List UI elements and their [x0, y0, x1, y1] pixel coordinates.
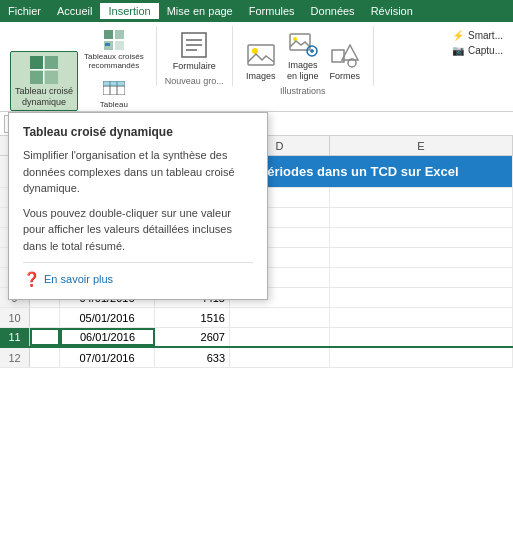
menu-mise-en-page[interactable]: Mise en page [159, 3, 241, 19]
ribbon-btn-tcd-reco[interactable]: Tableaux croisésrecommandés [80, 26, 148, 72]
menu-fichier[interactable]: Fichier [0, 3, 49, 19]
tooltip-title: Tableau croisé dynamique [23, 125, 253, 139]
ribbon-btn-tableau[interactable]: Tableau [80, 74, 148, 111]
menu-revision[interactable]: Révision [363, 3, 421, 19]
ribbon-btn-images[interactable]: Images [241, 37, 281, 84]
svg-rect-10 [105, 43, 110, 46]
svg-rect-7 [115, 30, 124, 39]
ribbon-group-illustrations: Images Imagesen ligne [233, 26, 374, 86]
tooltip-link-text: En savoir plus [44, 273, 113, 285]
ribbon-btn-tcd[interactable]: Tableau croisédynamique [10, 51, 78, 111]
images-label: Images [246, 71, 276, 82]
captu-icon: 📷 [452, 45, 464, 56]
ribbon-btns-small-tableaux: Tableaux croisésrecommandés [80, 26, 148, 111]
cell-10a[interactable] [30, 308, 60, 327]
right-btn-captu[interactable]: 📷 Captu... [452, 45, 503, 56]
right-btn-smart[interactable]: ⚡ Smart... [452, 30, 503, 41]
ribbon-content: Tableau croisédynamique [0, 22, 513, 90]
svg-rect-22 [290, 34, 310, 50]
menu-formules[interactable]: Formules [241, 3, 303, 19]
table-row: 11 06/01/2016 2607 [0, 328, 513, 348]
tooltip-body2: Vous pouvez double-cliquer sur une valeu… [23, 205, 253, 255]
cell-9e[interactable] [330, 288, 513, 307]
svg-point-21 [252, 48, 258, 54]
cell-12e[interactable] [330, 348, 513, 367]
col-header-e[interactable]: E [330, 136, 513, 155]
tcd-reco-icon [102, 28, 126, 52]
tcd-label: Tableau croisédynamique [15, 86, 73, 108]
ribbon-group-items-illustrations: Images Imagesen ligne [241, 26, 365, 84]
tooltip-popup: Tableau croisé dynamique Simplifier l'or… [8, 112, 268, 300]
cell-10b[interactable]: 05/01/2016 [60, 308, 155, 327]
ribbon-group-items-nouveau: Formulaire [169, 26, 220, 74]
cell-11d[interactable] [230, 328, 330, 346]
images-ligne-icon [287, 28, 319, 60]
cell-7e[interactable] [330, 248, 513, 267]
tableau-icon [102, 76, 126, 100]
formulaire-label: Formulaire [173, 61, 216, 72]
formulaire-icon [178, 29, 210, 61]
captu-label: Captu... [468, 45, 503, 56]
tooltip-body1: Simplifier l'organisation et la synthèse… [23, 147, 253, 197]
svg-rect-9 [115, 41, 124, 50]
ribbon-btn-formulaire[interactable]: Formulaire [169, 27, 220, 74]
help-icon: ❓ [23, 271, 40, 287]
menu-insertion[interactable]: Insertion [100, 3, 158, 19]
cell-12a[interactable] [30, 348, 60, 367]
cell-11b[interactable]: 06/01/2016 [60, 328, 155, 346]
cell-6e[interactable] [330, 228, 513, 247]
tcd-reco-label: Tableaux croisésrecommandés [84, 52, 144, 70]
illustrations-group-label: Illustrations [241, 86, 365, 96]
table-row: 10 05/01/2016 1516 [0, 308, 513, 328]
table-row: 12 07/01/2016 633 [0, 348, 513, 368]
cell-11a[interactable] [30, 328, 60, 346]
menubar: Fichier Accueil Insertion Mise en page F… [0, 0, 513, 22]
ribbon-btn-images-ligne[interactable]: Imagesen ligne [283, 26, 323, 84]
tooltip-link[interactable]: ❓ En savoir plus [23, 271, 253, 287]
cell-8e[interactable] [330, 268, 513, 287]
right-ribbon: ⚡ Smart... 📷 Captu... [444, 26, 511, 60]
tcd-icon [28, 54, 60, 86]
cell-12d[interactable] [230, 348, 330, 367]
cell-4e[interactable] [330, 188, 513, 207]
tableau-label: Tableau [100, 100, 128, 109]
cell-12b[interactable]: 07/01/2016 [60, 348, 155, 367]
svg-rect-2 [30, 71, 43, 84]
svg-rect-20 [248, 45, 274, 65]
ribbon-group-nouveau: Formulaire Nouveau gro... [157, 26, 233, 86]
row-num-12[interactable]: 12 [0, 348, 30, 367]
cell-10c[interactable]: 1516 [155, 308, 230, 327]
tooltip-divider [23, 262, 253, 263]
cell-10e[interactable] [330, 308, 513, 327]
smart-label: Smart... [468, 30, 503, 41]
cell-11e[interactable] [330, 328, 513, 346]
cell-12c[interactable]: 633 [155, 348, 230, 367]
cell-11c[interactable]: 2607 [155, 328, 230, 346]
formes-label: Formes [329, 71, 360, 82]
smart-icon: ⚡ [452, 30, 464, 41]
svg-rect-0 [30, 56, 43, 69]
ribbon: Tableau croisédynamique [0, 22, 513, 112]
images-icon [245, 39, 277, 71]
row-num-11[interactable]: 11 [0, 328, 30, 346]
row-num-10[interactable]: 10 [0, 308, 30, 327]
ribbon-group-items-tableaux: Tableau croisédynamique [10, 26, 148, 111]
svg-rect-15 [103, 81, 125, 86]
menu-accueil[interactable]: Accueil [49, 3, 100, 19]
ribbon-group-tableaux: Tableau croisédynamique [2, 26, 157, 86]
menu-donnees[interactable]: Données [303, 3, 363, 19]
svg-rect-3 [45, 71, 58, 84]
cell-10d[interactable] [230, 308, 330, 327]
cell-5e[interactable] [330, 208, 513, 227]
nouveau-group-label: Nouveau gro... [165, 76, 224, 86]
svg-rect-1 [45, 56, 58, 69]
ribbon-btn-formes[interactable]: Formes [325, 37, 365, 84]
formes-icon [329, 39, 361, 71]
images-ligne-label: Imagesen ligne [287, 60, 319, 82]
svg-rect-6 [104, 30, 113, 39]
